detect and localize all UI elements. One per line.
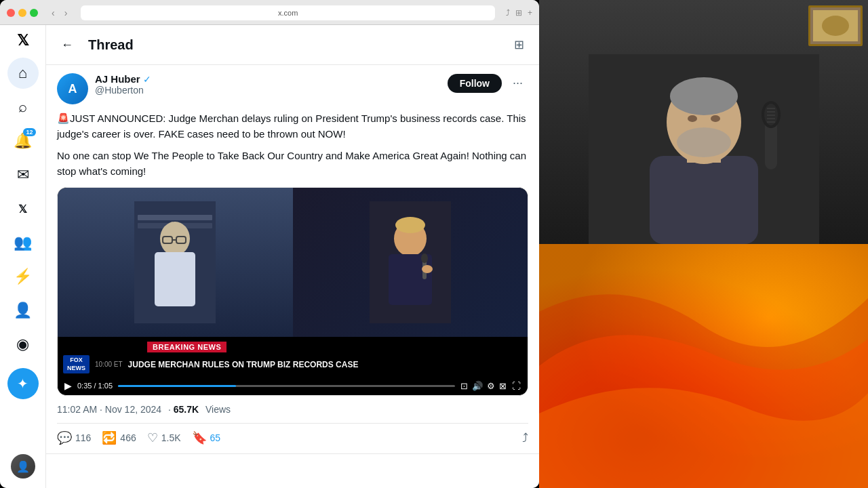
bookmark-count: 65 bbox=[210, 432, 221, 443]
fullscreen-button[interactable]: ⛶ bbox=[512, 381, 521, 391]
sidebar-item-more[interactable]: ◉ bbox=[7, 329, 39, 360]
back-button[interactable]: ← bbox=[57, 34, 77, 56]
news-ticker: FOX NEWS 10:00 ET JUDGE MERCHAN RULES ON… bbox=[58, 352, 528, 376]
sidebar-item-communities[interactable]: 👥 bbox=[7, 227, 39, 258]
author-info: AJ Huber ✓ @Huberton bbox=[95, 73, 441, 96]
author-name[interactable]: AJ Huber bbox=[95, 73, 140, 85]
like-button[interactable]: ♡ 1.5K bbox=[147, 430, 181, 445]
news-bar: BREAKING NEWS FOX NEWS 10:00 ET JUDGE ME… bbox=[58, 337, 528, 376]
sidebar-item-messages[interactable]: ✉ bbox=[7, 159, 39, 190]
media-split bbox=[58, 188, 528, 337]
abstract-background bbox=[539, 244, 868, 488]
play-button[interactable]: ▶ bbox=[64, 380, 72, 391]
volume-icon[interactable]: 🔊 bbox=[472, 381, 483, 391]
forward-nav-button[interactable]: › bbox=[62, 6, 71, 20]
lightning-icon: ⚡ bbox=[14, 268, 32, 285]
media-right bbox=[293, 188, 528, 337]
abstract-bg-svg bbox=[539, 244, 868, 488]
person-icon: 👤 bbox=[14, 302, 32, 319]
sidebar-item-x[interactable]: 𝕏 bbox=[7, 193, 39, 224]
settings-icon[interactable]: ⚙ bbox=[487, 381, 495, 391]
share-icon[interactable]: ⤴ bbox=[506, 8, 510, 18]
bookmark-icon: 🔖 bbox=[192, 430, 207, 445]
sidebar-item-premium[interactable]: ⚡ bbox=[7, 261, 39, 292]
user-avatar-sidebar[interactable]: 👤 bbox=[11, 454, 35, 479]
fox-news-logo: FOX NEWS bbox=[63, 355, 90, 373]
svg-point-25 bbox=[711, 115, 720, 122]
x-icon: 𝕏 bbox=[18, 203, 27, 216]
person-right-silhouette bbox=[370, 201, 451, 323]
mail-icon: ✉ bbox=[17, 166, 29, 184]
compose-button[interactable]: ✦ bbox=[7, 368, 39, 399]
sidebar-item-home[interactable]: ⌂ bbox=[7, 58, 39, 89]
svg-point-12 bbox=[395, 217, 425, 233]
maximize-button[interactable] bbox=[30, 9, 38, 17]
reply-icon: 💬 bbox=[57, 430, 72, 445]
svg-point-18 bbox=[822, 16, 849, 36]
retweet-icon: 🔁 bbox=[102, 430, 117, 445]
minimize-button[interactable] bbox=[18, 9, 26, 17]
follow-button[interactable]: Follow bbox=[448, 74, 502, 93]
tweet-text-line1: 🚨JUST ANNOUNCED: Judge Merchan delays ru… bbox=[57, 111, 528, 142]
like-count: 1.5K bbox=[161, 432, 181, 443]
pip-icon[interactable]: ⊡ bbox=[460, 381, 468, 391]
sidebar: 𝕏 ⌂ ⌕ 🔔 12 ✉ 𝕏 👥 ⚡ bbox=[0, 25, 46, 488]
video-control-icons: ⊡ 🔊 ⚙ ⊠ bbox=[460, 381, 507, 391]
video-controls: ▶ 0:35 / 1:05 ⊡ 🔊 ⚙ ⊠ ⛶ bbox=[58, 376, 528, 395]
share-icon: ⤴ bbox=[522, 431, 528, 445]
search-icon: ⌕ bbox=[18, 98, 27, 116]
page-title: Thread bbox=[88, 37, 134, 53]
captions-icon[interactable]: ⊠ bbox=[499, 381, 507, 391]
circle-icon: ◉ bbox=[16, 336, 29, 353]
share-button[interactable]: ⤴ bbox=[522, 431, 528, 445]
person-left-silhouette bbox=[134, 201, 216, 323]
right-panel bbox=[539, 0, 868, 488]
svg-rect-1 bbox=[138, 215, 212, 220]
twitter-app: 𝕏 ⌂ ⌕ 🔔 12 ✉ 𝕏 👥 ⚡ bbox=[0, 25, 539, 488]
verified-badge: ✓ bbox=[143, 74, 151, 85]
more-options-button[interactable]: ··· bbox=[507, 73, 528, 93]
sidebar-item-profile[interactable]: 👤 bbox=[7, 295, 39, 326]
webcam-feed bbox=[539, 0, 868, 244]
traffic-lights bbox=[7, 9, 38, 17]
tweet-media[interactable]: BREAKING NEWS FOX NEWS 10:00 ET JUDGE ME… bbox=[57, 187, 528, 396]
tweet-text: 🚨JUST ANNOUNCED: Judge Merchan delays ru… bbox=[57, 111, 528, 179]
replies-button[interactable]: 💬 116 bbox=[57, 430, 91, 445]
avatar-placeholder: 👤 bbox=[16, 460, 30, 473]
news-headline: JUDGE MERCHAN RULES ON TRUMP BIZ RECORDS… bbox=[128, 360, 522, 369]
webcam-person-figure bbox=[589, 54, 819, 244]
home-icon: ⌂ bbox=[18, 64, 27, 82]
layout-toggle-icon[interactable]: ⊞ bbox=[510, 33, 528, 56]
video-time: 0:35 / 1:05 bbox=[77, 382, 113, 390]
tweet-container: A AJ Huber ✓ @Huberton Follow ··· bbox=[46, 65, 539, 454]
author-avatar[interactable]: A bbox=[57, 73, 88, 104]
sidebar-item-search[interactable]: ⌕ bbox=[7, 92, 39, 123]
sidebar-item-notifications[interactable]: 🔔 12 bbox=[7, 125, 39, 157]
tweet-timestamp: 11:02 AM · Nov 12, 2024 bbox=[57, 404, 161, 415]
video-progress-bar[interactable] bbox=[118, 385, 455, 387]
author-handle[interactable]: @Huberton bbox=[95, 85, 441, 96]
tweet-meta: 11:02 AM · Nov 12, 2024 · 65.7K Views bbox=[57, 404, 528, 415]
svg-point-24 bbox=[688, 115, 697, 122]
views-label: Views bbox=[205, 404, 231, 415]
address-bar[interactable]: x.com bbox=[81, 5, 495, 20]
close-button[interactable] bbox=[7, 9, 15, 17]
tweet-views: 65.7K bbox=[174, 404, 199, 415]
x-logo[interactable]: 𝕏 bbox=[17, 32, 29, 49]
bookmark-icon[interactable]: ⊞ bbox=[515, 8, 522, 18]
retweet-button[interactable]: 🔁 466 bbox=[102, 430, 136, 445]
tweet-actions: Follow ··· bbox=[448, 73, 528, 93]
reply-count: 116 bbox=[75, 432, 91, 443]
notification-badge: 12 bbox=[23, 128, 35, 136]
back-nav-button[interactable]: ‹ bbox=[49, 6, 58, 20]
news-time: 10:00 ET bbox=[95, 361, 123, 368]
browser-window: ‹ › x.com ⤴ ⊞ + 𝕏 ⌂ ⌕ bbox=[0, 0, 539, 488]
svg-rect-20 bbox=[650, 156, 758, 244]
add-tab-icon[interactable]: + bbox=[528, 8, 532, 18]
bookmark-button[interactable]: 🔖 65 bbox=[192, 430, 221, 445]
webcam-person bbox=[539, 0, 868, 244]
browser-chrome: ‹ › x.com ⤴ ⊞ + bbox=[0, 0, 539, 25]
url-text: x.com bbox=[278, 9, 298, 17]
media-left bbox=[58, 188, 293, 337]
retweet-count: 466 bbox=[120, 432, 136, 443]
